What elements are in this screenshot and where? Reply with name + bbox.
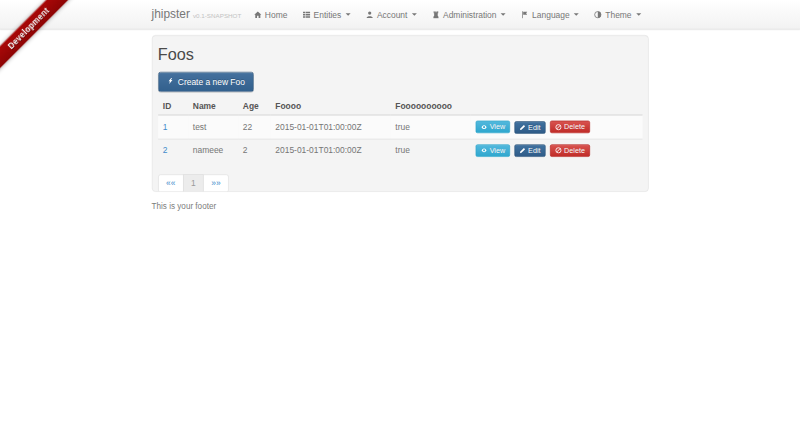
main-nav: Home Entities Account xyxy=(246,0,648,29)
chevron-down-icon xyxy=(501,13,506,16)
view-button[interactable]: View xyxy=(475,144,510,157)
nav-label: Theme xyxy=(605,10,631,19)
home-icon xyxy=(254,10,262,18)
nav-item-entities[interactable]: Entities xyxy=(295,0,358,29)
list-icon xyxy=(302,10,310,18)
edit-button[interactable]: Edit xyxy=(514,144,545,157)
adjust-icon xyxy=(594,10,602,18)
brand-link[interactable]: jhipster v0.1-SNAPSHOT xyxy=(152,8,242,22)
pagination: «« 1 »» xyxy=(158,174,229,192)
table-header-row: ID Name Age Foooo Foooooooooo xyxy=(158,98,642,115)
nav-label: Language xyxy=(532,10,570,19)
eye-icon xyxy=(480,147,487,154)
nav-label: Administration xyxy=(443,10,496,19)
delete-button[interactable]: Delete xyxy=(550,144,590,157)
create-foo-button[interactable]: Create a new Foo xyxy=(158,72,254,92)
pencil-icon xyxy=(519,124,525,130)
cell-fooooooooooo: true xyxy=(390,139,470,162)
pagination-first-button[interactable]: «« xyxy=(158,174,184,192)
flash-icon xyxy=(167,77,174,87)
cell-fooooooooooo: true xyxy=(390,115,470,139)
table-row: 1 test 22 2015-01-01T01:00:00Z true View… xyxy=(158,115,642,139)
pagination-page-1[interactable]: 1 xyxy=(183,174,204,192)
col-header-actions xyxy=(470,98,642,115)
nav-item-theme[interactable]: Theme xyxy=(587,0,649,29)
nav-label: Account xyxy=(377,10,407,19)
col-header-id: ID xyxy=(158,98,188,115)
content-panel: Foos Create a new Foo ID Name Age Foooo … xyxy=(152,35,649,192)
col-header-fooooooooooo: Foooooooooo xyxy=(390,98,470,115)
flag-icon xyxy=(521,10,529,18)
pencil-icon xyxy=(519,148,525,154)
navbar-container: jhipster v0.1-SNAPSHOT Home Entities xyxy=(152,0,649,29)
brand-version: v0.1-SNAPSHOT xyxy=(193,13,241,20)
chevron-down-icon xyxy=(412,13,417,16)
nav-label: Home xyxy=(265,10,288,19)
chevron-down-icon xyxy=(574,13,579,16)
col-header-foooo: Foooo xyxy=(270,98,390,115)
cell-foooo: 2015-01-01T01:00:00Z xyxy=(270,139,390,162)
foo-table: ID Name Age Foooo Foooooooooo 1 test 22 … xyxy=(158,98,642,162)
page-title: Foos xyxy=(158,45,642,64)
row-id-link[interactable]: 1 xyxy=(163,122,168,131)
brand-name: jhipster xyxy=(152,8,190,22)
cell-name: test xyxy=(188,115,238,139)
nav-item-language[interactable]: Language xyxy=(513,0,586,29)
chevron-down-icon xyxy=(346,13,351,16)
cell-age: 2 xyxy=(238,139,271,162)
nav-label: Entities xyxy=(314,10,342,19)
footer-text: This is your footer xyxy=(152,201,649,210)
view-button[interactable]: View xyxy=(475,121,510,134)
pagination-last-button[interactable]: »» xyxy=(203,174,229,192)
create-foo-label: Create a new Foo xyxy=(178,77,245,86)
eye-icon xyxy=(480,123,487,130)
user-icon xyxy=(366,10,374,18)
ban-icon xyxy=(555,123,562,130)
nav-item-home[interactable]: Home xyxy=(246,0,295,29)
chevron-down-icon xyxy=(636,13,641,16)
delete-label: Delete xyxy=(564,147,585,155)
cell-actions: View Edit Delete xyxy=(470,139,642,162)
ban-icon xyxy=(555,147,562,154)
row-id-link[interactable]: 2 xyxy=(163,146,168,155)
cell-foooo: 2015-01-01T01:00:00Z xyxy=(270,115,390,139)
page: Development jhipster v0.1-SNAPSHOT Home xyxy=(0,0,800,443)
view-label: View xyxy=(490,147,505,155)
cell-name: nameee xyxy=(188,139,238,162)
navbar: jhipster v0.1-SNAPSHOT Home Entities xyxy=(0,0,800,29)
delete-button[interactable]: Delete xyxy=(550,121,590,134)
view-label: View xyxy=(490,123,505,131)
tower-icon xyxy=(432,10,440,18)
edit-label: Edit xyxy=(528,147,540,155)
nav-item-account[interactable]: Account xyxy=(358,0,424,29)
table-row: 2 nameee 2 2015-01-01T01:00:00Z true Vie… xyxy=(158,139,642,162)
col-header-age: Age xyxy=(238,98,271,115)
delete-label: Delete xyxy=(564,123,585,131)
edit-label: Edit xyxy=(528,123,540,131)
col-header-name: Name xyxy=(188,98,238,115)
cell-actions: View Edit Delete xyxy=(470,115,642,139)
cell-age: 22 xyxy=(238,115,271,139)
nav-item-administration[interactable]: Administration xyxy=(424,0,513,29)
edit-button[interactable]: Edit xyxy=(514,121,545,134)
